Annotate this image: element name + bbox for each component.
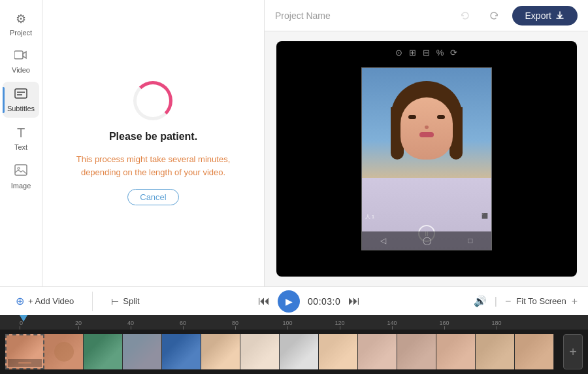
sidebar-item-label: Subtitles	[7, 105, 35, 112]
skip-back-button[interactable]: ⏮	[258, 294, 270, 308]
redo-button[interactable]	[483, 5, 504, 26]
table-row[interactable]	[84, 334, 123, 369]
play-button[interactable]: ▶	[278, 290, 300, 313]
table-row[interactable]	[436, 334, 476, 369]
zoom-out-button[interactable]: −	[505, 296, 511, 307]
export-button[interactable]: Export	[512, 6, 578, 26]
ruler-marks: 0 20 40 60 80	[5, 315, 583, 330]
loading-overlay: Please be patient. This process might ta…	[57, 61, 250, 225]
left-panel: Please be patient. This process might ta…	[42, 0, 265, 286]
timeline-track: +	[0, 330, 588, 374]
right-panel: Project Name Export ⊙ ⊞ ⊟ % ⟳	[265, 0, 588, 286]
ruler-mark: 20	[52, 320, 105, 330]
timeline-ruler: 0 20 40 60 80	[0, 315, 588, 330]
project-icon: ⚙	[16, 12, 26, 26]
skip-forward-button[interactable]: ⏭	[348, 294, 360, 308]
project-name: Project Name	[275, 10, 447, 21]
timeline-area: 0 20 40 60 80	[0, 315, 588, 374]
zoom-in-button[interactable]: +	[572, 296, 578, 307]
ruler-mark: 120	[314, 320, 366, 330]
table-row[interactable]	[397, 334, 436, 369]
preview-toolbar-grid[interactable]: ⊞	[409, 48, 416, 58]
svg-rect-1	[15, 89, 27, 98]
subtitles-icon	[14, 87, 27, 102]
add-video-button[interactable]: ⊕ + Add Video	[10, 292, 79, 310]
volume-icon[interactable]: 🔊	[474, 295, 487, 307]
playback-controls: ⏮ ▶ 00:03:0 ⏭	[155, 290, 463, 313]
fit-screen-label: Fit To Screen	[516, 296, 566, 306]
preview-toolbar-grid2[interactable]: ⊟	[423, 48, 430, 58]
ruler-mark: 100	[261, 320, 314, 330]
split-button[interactable]: ⊢ Split	[106, 294, 144, 309]
table-row[interactable]	[280, 334, 319, 369]
cancel-button[interactable]: Cancel	[127, 189, 178, 205]
add-clip-button[interactable]: +	[563, 334, 583, 369]
preview-frame: ⊙ ⊞ ⊟ % ⟳	[276, 41, 577, 277]
split-icon: ⊢	[111, 296, 119, 307]
time-display: 00:03:0	[308, 296, 340, 307]
undo-button[interactable]	[455, 5, 476, 26]
top-header: Project Name Export	[265, 0, 588, 31]
sidebar-item-text[interactable]: T Text	[3, 120, 39, 156]
table-row[interactable]	[123, 334, 162, 369]
preview-toolbar-percent[interactable]: %	[436, 48, 444, 58]
table-row[interactable]	[358, 334, 397, 369]
loading-title: Please be patient.	[109, 131, 197, 143]
sidebar-item-project[interactable]: ⚙ Project	[3, 7, 39, 42]
loading-spinner	[133, 81, 172, 120]
add-video-icon: ⊕	[16, 295, 24, 307]
ruler-mark: 140	[366, 320, 418, 330]
svg-rect-0	[14, 51, 23, 59]
preview-toolbar: ⊙ ⊞ ⊟ % ⟳	[395, 48, 458, 58]
preview-toolbar-refresh[interactable]: ⟳	[450, 48, 457, 58]
sidebar-item-image[interactable]: Image	[3, 159, 39, 195]
playhead[interactable]	[20, 315, 27, 322]
image-icon	[14, 164, 27, 179]
table-row[interactable]	[162, 334, 201, 369]
sidebar-item-subtitles[interactable]: Subtitles	[3, 82, 39, 118]
video-preview-content: 人 1 ⬛ ⏸ ◁ ◯ □	[361, 67, 492, 250]
sidebar-item-label: Text	[14, 143, 27, 151]
sidebar-item-label: Video	[12, 66, 30, 74]
ruler-mark: 60	[157, 320, 209, 330]
ruler-mark: 160	[418, 320, 470, 330]
table-row[interactable]	[201, 334, 240, 369]
table-row[interactable]	[240, 334, 280, 369]
table-row[interactable]	[5, 334, 44, 369]
text-icon: T	[17, 126, 25, 141]
svg-rect-4	[15, 165, 27, 175]
sidebar-item-label: Image	[11, 182, 31, 190]
fit-controls: 🔊 | − Fit To Screen +	[474, 295, 578, 307]
track-wrapper[interactable]	[5, 334, 561, 369]
preview-toolbar-settings[interactable]: ⊙	[395, 48, 402, 58]
loading-description: This process might take several minutes,…	[76, 153, 231, 178]
video-icon	[14, 50, 27, 63]
preview-area: ⊙ ⊞ ⊟ % ⟳	[265, 31, 588, 286]
bottom-controls-bar: ⊕ + Add Video ⊢ Split ⏮ ▶ 00:03:0 ⏭ 🔊 | …	[0, 286, 588, 315]
sidebar-item-label: Project	[10, 29, 32, 37]
sidebar: ⚙ Project Video Subtitles T Text Image	[0, 0, 42, 286]
table-row[interactable]	[515, 334, 554, 369]
svg-point-5	[18, 167, 20, 169]
table-row[interactable]	[476, 334, 515, 369]
ruler-mark: 180	[470, 320, 523, 330]
ruler-mark: 80	[209, 320, 261, 330]
table-row[interactable]	[44, 334, 84, 369]
ruler-mark: 40	[105, 320, 157, 330]
separator	[92, 292, 93, 311]
sidebar-item-video[interactable]: Video	[3, 44, 39, 79]
table-row[interactable]	[319, 334, 358, 369]
